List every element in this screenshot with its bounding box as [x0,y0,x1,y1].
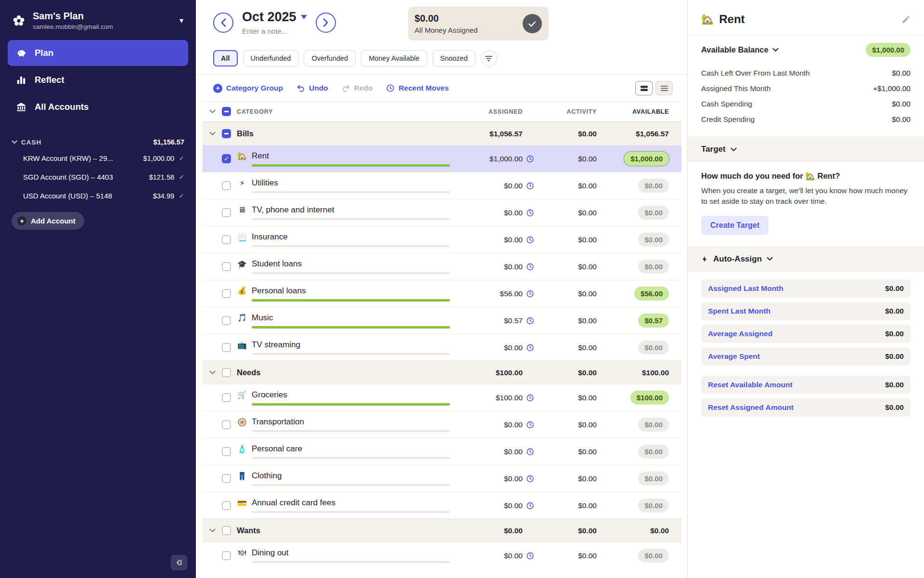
chevron-down-icon[interactable] [209,370,216,375]
filter-all[interactable]: All [213,50,238,66]
available-balance-toggle[interactable]: Available Balance [701,45,779,54]
category-assigned[interactable]: $0.00 [504,474,523,483]
category-row-groceries[interactable]: 🛒 Groceries $100.00 $0.00 $100.00 [203,384,681,411]
category-assigned[interactable]: $0.00 [504,501,523,510]
chevron-down-icon[interactable] [209,109,216,114]
category-checkbox[interactable] [222,393,231,402]
auto-assign-row-reset-available-amount[interactable]: Reset Available Amount $0.00 [701,376,911,394]
category-checkbox[interactable] [222,551,231,560]
select-all-checkbox[interactable] [222,107,231,116]
category-checkbox[interactable] [222,262,231,271]
view-compact-button[interactable] [655,81,673,95]
category-assigned[interactable]: $0.57 [504,316,523,325]
filter-underfunded[interactable]: Underfunded [243,50,299,66]
category-checkbox[interactable] [222,316,231,325]
month-picker[interactable]: Oct 2025 [242,10,307,25]
auto-assign-section-header[interactable]: Auto-Assign [688,247,924,272]
filter-overfunded[interactable]: Overfunded [304,50,356,66]
category-assigned[interactable]: $1,000.00 [489,155,523,163]
sidebar-item-plan[interactable]: Plan [8,40,188,66]
available-pill[interactable]: $0.00 [638,418,669,432]
chevron-down-icon[interactable] [209,131,216,136]
category-checkbox[interactable] [222,181,231,190]
category-checkbox[interactable] [222,289,231,298]
sidebar-item-reflect[interactable]: Reflect [8,67,188,93]
group-checkbox[interactable] [222,129,231,138]
create-target-button[interactable]: Create Target [701,216,769,235]
category-row-clothing[interactable]: 👖 Clothing $0.00 $0.00 $0.00 [203,465,681,492]
category-row-tv-streaming[interactable]: 📺 TV streaming $0.00 $0.00 $0.00 [203,334,681,361]
auto-assign-row-spent-last-month[interactable]: Spent Last Month $0.00 [701,302,911,320]
group-checkbox[interactable] [222,526,231,535]
category-row-annual-credit-card-fees[interactable]: 💳 Annual credit card fees $0.00 $0.00 $0… [203,492,681,519]
available-pill[interactable]: $0.57 [638,314,669,328]
sidebar-item-all-accounts[interactable]: All Accounts [8,94,188,120]
category-row-personal-loans[interactable]: 💰 Personal loans $56.00 $0.00 $56.00 [203,280,681,307]
category-assigned[interactable]: $0.00 [504,420,523,429]
account-row-usd-account[interactable]: USD Account (USD) – 5148 $34.99 ✓ [8,186,188,205]
category-checkbox[interactable] [222,501,231,510]
category-assigned[interactable]: $56.00 [500,289,523,298]
available-pill[interactable]: $1,000.00 [624,152,669,166]
auto-assign-row-assigned-last-month[interactable]: Assigned Last Month $0.00 [701,279,911,298]
category-checkbox[interactable] [222,474,231,483]
add-account-button[interactable]: + Add Account [12,212,84,230]
account-row-krw-account[interactable]: KRW Account (KRW) – 29... $1,000.00 ✓ [8,149,188,168]
category-row-dining-out[interactable]: 🍽 Dining out $0.00 $0.00 $0.00 [203,542,681,569]
recent-moves-button[interactable]: Recent Moves [386,84,449,92]
group-row-bills[interactable]: Bills $1,056.57 $0.00 $1,056.57 [203,122,681,145]
auto-assign-row-average-spent[interactable]: Average Spent $0.00 [701,347,911,366]
month-note-input[interactable]: Enter a note... [242,27,307,35]
undo-button[interactable]: Undo [296,84,328,92]
category-row-personal-care[interactable]: 🧴 Personal care $0.00 $0.00 $0.00 [203,438,681,465]
category-row-music[interactable]: 🎵 Music $0.57 $0.00 $0.57 [203,307,681,334]
available-pill[interactable]: $100.00 [630,391,669,405]
category-row-transportation[interactable]: 🛞 Transportation $0.00 $0.00 $0.00 [203,411,681,438]
category-checkbox[interactable] [222,420,231,429]
available-pill[interactable]: $0.00 [638,179,669,193]
available-pill[interactable]: $0.00 [638,341,669,355]
category-row-tv-phone-and-internet[interactable]: 🖥 TV, phone and internet $0.00 $0.00 $0.… [203,199,681,226]
next-month-button[interactable] [316,13,336,33]
plan-switcher[interactable]: Sam's Plan samlee.mobbin@gmail.com ▾ [8,8,188,40]
category-assigned[interactable]: $0.00 [504,263,523,271]
auto-assign-row-reset-assigned-amount[interactable]: Reset Assigned Amount $0.00 [701,398,911,417]
group-checkbox[interactable] [222,368,231,377]
previous-month-button[interactable] [213,13,233,33]
category-checkbox[interactable] [222,208,231,217]
auto-assign-row-average-assigned[interactable]: Average Assigned $0.00 [701,325,911,343]
category-assigned[interactable]: $0.00 [504,552,523,560]
available-pill[interactable]: $0.00 [638,445,669,459]
group-row-wants[interactable]: Wants $0.00 $0.00 $0.00 [203,519,681,542]
category-checkbox[interactable] [222,447,231,456]
target-section-header[interactable]: Target [688,137,924,162]
category-row-rent[interactable]: 🏡 Rent $1,000.00 $0.00 $1,000.00 [203,145,681,172]
category-row-utilities[interactable]: ⚡ Utilities $0.00 $0.00 $0.00 [203,172,681,199]
chevron-down-icon[interactable] [209,528,216,533]
available-pill[interactable]: $0.00 [638,206,669,220]
category-row-student-loans[interactable]: 🎓 Student loans $0.00 $0.00 $0.00 [203,253,681,280]
category-row-insurance[interactable]: 📃 Insurance $0.00 $0.00 $0.00 [203,226,681,253]
category-checkbox[interactable] [222,154,231,163]
available-pill[interactable]: $56.00 [634,287,669,301]
redo-button[interactable]: Redo [342,84,373,92]
filter-money-available[interactable]: Money Available [361,50,427,66]
cash-section-header[interactable]: CASH $1,156.57 [8,135,188,149]
edit-pencil-icon[interactable] [901,15,911,24]
account-row-sgd-account[interactable]: SGD Account (SGD) – 4403 $121.58 ✓ [8,168,188,186]
add-category-group-button[interactable]: + Category Group [213,84,283,93]
category-assigned[interactable]: $0.00 [504,447,523,456]
group-row-needs[interactable]: Needs $100.00 $0.00 $100.00 [203,361,681,384]
category-assigned[interactable]: $0.00 [504,182,523,190]
available-pill[interactable]: $0.00 [638,472,669,486]
view-rows-button[interactable] [635,81,653,95]
available-pill[interactable]: $0.00 [638,260,669,274]
category-assigned[interactable]: $0.00 [504,236,523,244]
available-pill[interactable]: $0.00 [638,233,669,247]
category-assigned[interactable]: $0.00 [504,343,523,352]
category-checkbox[interactable] [222,343,231,352]
category-checkbox[interactable] [222,235,231,244]
filter-snoozed[interactable]: Snoozed [433,50,475,66]
category-assigned[interactable]: $100.00 [496,394,523,402]
collapse-sidebar-button[interactable] [171,555,187,570]
